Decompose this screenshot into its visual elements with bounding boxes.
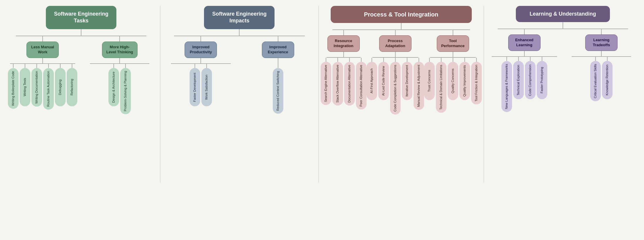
section-software-engineering-tasks: Software Engineering TasksLess Manual Wo… [3, 6, 159, 114]
leaf-2-0-3: Peer Consultation Alternative [356, 62, 367, 110]
root-node-software-engineering-tasks: Software Engineering Tasks [46, 6, 116, 29]
leaf-2-2-4: Tool Friction & Integration [471, 62, 482, 105]
mid-node-0-1: More High- Level Thinking [102, 42, 138, 58]
leaf-2-0-2: Documentation Alternative [344, 62, 355, 105]
leaf-3-1-1: Knowledge Retention [602, 61, 613, 99]
section-software-engineering-impacts: Software Engineering ImpactsImproved Pro… [161, 6, 317, 114]
leaf-2-1-1: AI-Led Code Review [378, 62, 389, 100]
mid-node-1-1: Improved Experience [262, 42, 294, 58]
leaf-1-0-0: Faster Development [190, 68, 200, 106]
leaf-3-0-1: Technical Exploration [513, 61, 524, 99]
leaf-1-1-0: Reduced Context Switching [273, 68, 283, 114]
leaf-0-0-2: Writing Documentation [31, 68, 42, 107]
leaf-3-0-2: Code Comprehension [525, 61, 536, 99]
mid-node-2-2: Tool Performance [437, 35, 469, 52]
leaf-2-2-0: Trust Concerns [424, 62, 435, 100]
leaf-2-1-0: AI-First Approach [367, 62, 377, 100]
leaf-0-0-1: Writing Tests [20, 68, 30, 106]
leaf-2-1-4: Manual Review & Adjustment [414, 62, 424, 110]
leaf-2-2-3: Quality Improvements [459, 62, 470, 100]
leaf-2-1-3: Iterative Development [402, 62, 412, 100]
leaf-2-0-1: Stack Overflow Alternative [332, 62, 343, 105]
leaf-2-2-1: Technical & Domain Limitations [436, 62, 446, 113]
leaf-3-1-0: Critical Evaluation Skills [590, 61, 601, 101]
leaf-0-0-0: Writing Boilerplate Code [8, 68, 19, 109]
leaf-2-1-2: Code Completion & Suggestions [390, 62, 401, 115]
mid-node-2-1: Process Adaptation [379, 35, 412, 52]
section-process-tool-integration: Process & Tool IntegrationResource Integ… [320, 6, 483, 115]
root-node-process-tool-integration: Process & Tool Integration [331, 6, 472, 23]
leaf-2-0-0: Search Engine Alternative [321, 62, 331, 105]
leaf-0-0-4: Debugging [55, 68, 66, 106]
leaf-0-0-5: Refactoring [67, 68, 77, 106]
mid-node-3-0: Enhanced Learning [508, 34, 541, 51]
leaf-1-0-1: Work Satisfaction [201, 68, 212, 106]
mid-node-2-0: Resource Integration [327, 35, 360, 52]
leaf-3-0-3: Faster Prototyping [537, 61, 547, 99]
leaf-2-2-2: Quality Concerns [448, 62, 458, 100]
section-learning-understanding: Learning & UnderstandingEnhanced Learnin… [485, 6, 641, 112]
leaf-3-0-0: New Languages & Frameworks [501, 61, 512, 112]
root-node-software-engineering-impacts: Software Engineering Impacts [204, 6, 275, 29]
leaf-0-1-1: Problem-Solving & Planning [120, 68, 131, 114]
mid-node-1-0: Improved Productivity [185, 42, 217, 58]
main-diagram: Software Engineering TasksLess Manual Wo… [0, 0, 644, 188]
leaf-0-1-0: Design & Architecture [108, 68, 119, 106]
leaf-0-0-3: Routine Task Automation [43, 68, 54, 110]
mid-node-0-0: Less Manual Work [26, 42, 59, 58]
root-node-learning-understanding: Learning & Understanding [516, 6, 610, 22]
mid-node-3-1: Learning Tradeoffs [585, 34, 618, 51]
